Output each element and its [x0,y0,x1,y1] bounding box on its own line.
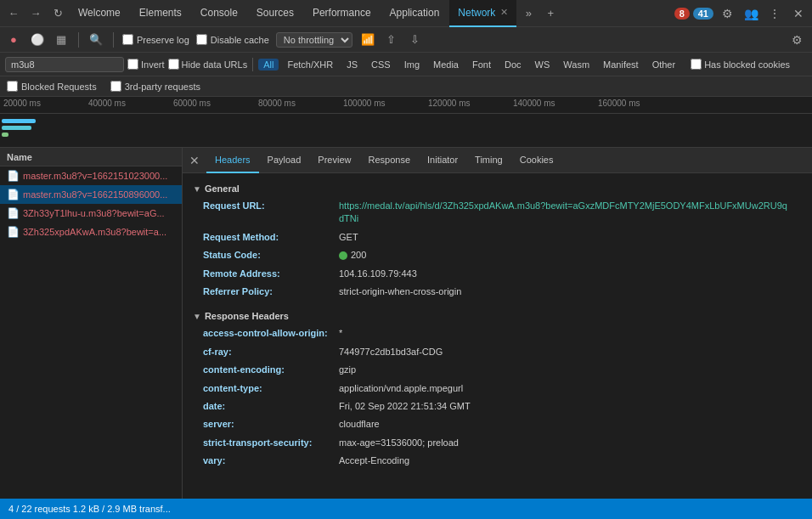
filter-img[interactable]: Img [399,59,425,71]
detail-key-content-encoding: content-encoding: [203,364,339,376]
third-party-label[interactable]: 3rd-party requests [110,81,200,92]
detail-key-content-type: content-type: [203,382,339,395]
refresh-icon[interactable]: ↻ [48,3,68,24]
detail-key-url: Request URL: [203,200,339,226]
tab-preview[interactable]: Preview [309,148,359,173]
throttle-select[interactable]: No throttling [276,32,352,48]
tab-bar: ← → ↻ Welcome Elements Console Sources P… [0,0,812,27]
tab-sources[interactable]: Sources [248,0,302,27]
separator-1 [78,32,79,48]
detail-row-vary: vary: Accept-Encoding [183,452,812,470]
tab-performance[interactable]: Performance [304,0,380,27]
detail-key-method: Request Method: [203,231,339,244]
record-button[interactable]: ● [5,31,22,48]
invert-label[interactable]: Invert [127,59,165,70]
stop-button[interactable]: ⚪ [29,31,46,48]
filter-separator [252,58,253,71]
detail-row-acao: access-control-allow-origin: * [183,324,812,342]
filter-js[interactable]: JS [341,59,363,71]
network-item-0[interactable]: 📄 master.m3u8?v=1662151023000... [0,166,182,185]
file-icon-0: 📄 [7,170,20,182]
response-headers-triangle-icon: ▼ [193,312,201,321]
general-section-header[interactable]: ▼ General [183,180,812,197]
network-item-1[interactable]: 📄 master.m3u8?v=1662150896000... [0,185,182,204]
close-devtools-icon[interactable]: ✕ [788,3,809,24]
wifi-icon[interactable]: 📶 [359,31,376,48]
clear-button[interactable]: ▦ [53,31,70,48]
detail-key-cfray: cf-ray: [203,346,339,358]
forward-icon[interactable]: → [25,3,46,24]
error-badge: 8 [674,8,690,20]
filter-fetch-xhr[interactable]: Fetch/XHR [282,59,338,71]
tab-headers[interactable]: Headers [206,148,259,173]
tab-network[interactable]: Network ✕ [449,0,516,27]
back-icon[interactable]: ← [3,3,24,24]
close-network-tab-icon[interactable]: ✕ [500,7,508,18]
preserve-log-checkbox[interactable] [122,34,133,45]
has-blocked-cookies-label[interactable]: Has blocked cookies [691,59,790,70]
hide-data-urls-checkbox[interactable] [168,59,179,70]
has-blocked-cookies-checkbox[interactable] [691,59,702,70]
download-icon[interactable]: ⇩ [407,31,424,48]
filter-doc[interactable]: Doc [499,59,527,71]
timeline-bar-1 [2,119,36,123]
invert-checkbox[interactable] [127,59,138,70]
settings-icon[interactable]: ⚙ [717,3,737,24]
detail-value-server: cloudflare [339,418,380,431]
detail-key-acao: access-control-allow-origin: [203,327,339,340]
detail-value-cfray: 744977c2db1bd3af-CDG [339,346,443,358]
network-item-2[interactable]: 📄 3Zh33yT1lhu-u.m3u8?bewit=aG... [0,204,182,223]
add-tab-icon[interactable]: + [540,3,561,24]
overflow-icon[interactable]: ⋮ [764,3,785,24]
tab-welcome[interactable]: Welcome [70,0,129,27]
response-headers-section-header[interactable]: ▼ Response Headers [183,307,812,324]
tab-timing[interactable]: Timing [466,148,511,173]
filter-manifest[interactable]: Manifest [598,59,644,71]
hide-data-urls-label[interactable]: Hide data URLs [168,59,248,70]
tick-5: 100000 ms [340,99,425,108]
detail-value-status: 200 [339,249,366,262]
tick-3: 60000 ms [170,99,255,108]
preserve-log-label[interactable]: Preserve log [122,34,189,45]
details-content[interactable]: ▼ General Request URL: https://medal.tv/… [183,173,812,499]
filter-media[interactable]: Media [428,59,464,71]
network-item-name-0: master.m3u8?v=1662151023000... [23,171,167,181]
tab-console[interactable]: Console [192,0,246,27]
tab-initiator[interactable]: Initiator [419,148,466,173]
search-input[interactable] [5,57,124,72]
detail-row-server: server: cloudflare [183,415,812,433]
tab-application[interactable]: Application [381,0,448,27]
blocked-requests-checkbox[interactable] [7,81,18,92]
timeline-ruler: 20000 ms 40000 ms 60000 ms 80000 ms 1000… [0,97,812,114]
filter-wasm[interactable]: Wasm [558,59,595,71]
tab-elements[interactable]: Elements [131,0,190,27]
tick-2: 40000 ms [85,99,170,108]
tick-6: 120000 ms [425,99,510,108]
disable-cache-label[interactable]: Disable cache [196,34,269,45]
tab-payload[interactable]: Payload [259,148,310,173]
disable-cache-checkbox[interactable] [196,34,207,45]
third-party-checkbox[interactable] [110,81,121,92]
upload-icon[interactable]: ⇧ [383,31,400,48]
close-details-icon[interactable]: ✕ [186,152,203,169]
blocked-requests-label[interactable]: Blocked Requests [7,81,97,92]
filter-font[interactable]: Font [467,59,496,71]
detail-row-cfray: cf-ray: 744977c2db1bd3af-CDG [183,343,812,361]
filter-css[interactable]: CSS [366,59,396,71]
more-tabs-icon[interactable]: » [518,3,539,24]
network-settings-icon[interactable]: ⚙ [787,30,807,50]
network-item-3[interactable]: 📄 3Zh325xpdAKwA.m3u8?bewit=a... [0,223,182,241]
detail-key-server: server: [203,418,339,431]
filter-other[interactable]: Other [647,59,681,71]
remote-icon[interactable]: 👥 [741,3,761,24]
general-triangle-icon: ▼ [193,184,201,194]
filter-all[interactable]: All [258,59,279,71]
tab-response[interactable]: Response [359,148,419,173]
tick-4: 80000 ms [255,99,340,108]
tab-cookies[interactable]: Cookies [511,148,562,173]
detail-value-acao: * [339,327,342,340]
detail-key-remote: Remote Address: [203,268,339,280]
search-button[interactable]: 🔍 [87,31,104,48]
filter-ws[interactable]: WS [530,59,555,71]
detail-value-vary: Accept-Encoding [339,454,409,467]
